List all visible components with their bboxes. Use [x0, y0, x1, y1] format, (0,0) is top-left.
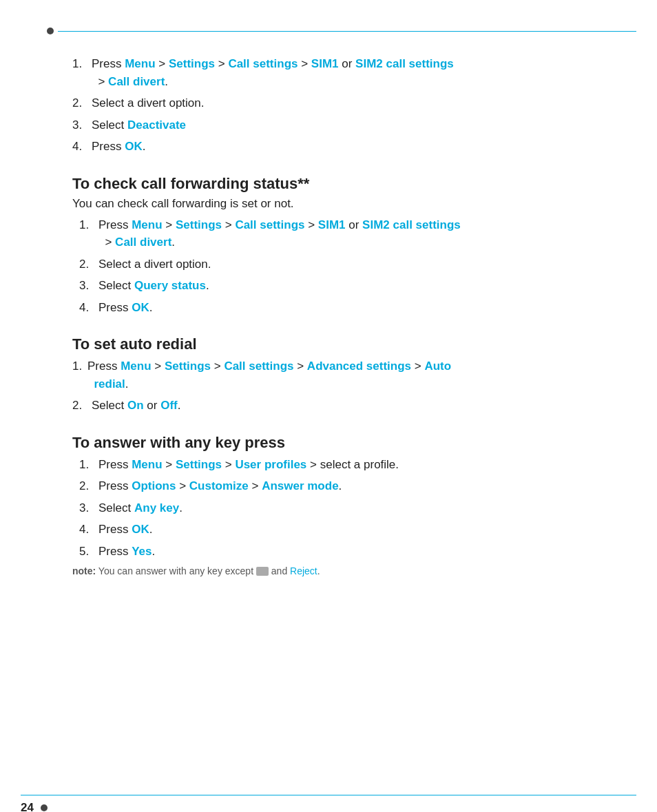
bottom-dot [41, 804, 48, 811]
list-item: 2. Select a divert option. [79, 256, 602, 273]
settings-link: Settings [165, 360, 211, 373]
section-heading: To set auto redial [72, 335, 602, 353]
list-item: 3. Select Deactivate [72, 116, 602, 134]
list-content: Press Options > Customize > Answer mode. [98, 477, 602, 495]
list-item: 4. Press OK. [79, 299, 602, 317]
list-num: 3. [79, 277, 98, 295]
list-content: Press Menu > Settings > User profiles > … [98, 456, 602, 474]
list-content: Press Menu > Settings > Call settings > … [92, 55, 602, 90]
note-label: note: [72, 565, 96, 576]
list-content: Press Menu > Settings > Call settings > … [98, 216, 602, 251]
list-num: 4. [79, 299, 98, 317]
sim1-link: SIM1 [318, 218, 346, 231]
list-item: 1. Press Menu > Settings > Call settings… [79, 216, 602, 251]
call-settings-link: Call settings [228, 57, 298, 70]
on-link: On [127, 399, 144, 412]
bottom-rule: 24 [0, 795, 657, 812]
list-num: 2. [79, 256, 98, 273]
top-rule-dot [47, 28, 54, 34]
list-num: 2. [72, 94, 92, 112]
list-item: 2. Select a divert option. [72, 94, 602, 112]
list-num: 4. [72, 138, 92, 156]
main-content: 1. Press Menu > Settings > Call settings… [72, 55, 602, 576]
list-content: Select Any key. [98, 499, 602, 517]
sim2-link: SIM2 call settings [362, 218, 461, 231]
section-deactivate: 1. Press Menu > Settings > Call settings… [72, 55, 602, 156]
menu-link: Menu [132, 218, 162, 231]
off-link: Off [160, 399, 178, 412]
list-content: Press OK. [98, 521, 602, 539]
list-num: 1. [79, 456, 98, 474]
list-item: 2. Select On or Off. [72, 397, 602, 415]
bottom-rule-line [21, 795, 636, 795]
menu-link: Menu [125, 57, 155, 70]
list-content: Select a divert option. [92, 94, 602, 112]
deactivate-link: Deactivate [127, 118, 186, 132]
list-num: 2. [72, 397, 92, 415]
query-status-link: Query status [134, 279, 206, 292]
answer-key-list: 1. Press Menu > Settings > User profiles… [79, 456, 602, 561]
list-item: 1. Press Menu > Settings > Call settings… [72, 55, 602, 90]
auto-redial-list: 1. Press Menu > Settings > Call settings… [72, 357, 602, 415]
list-content: Press OK. [92, 138, 602, 156]
section-auto-redial: To set auto redial 1. Press Menu > Setti… [72, 335, 602, 415]
list-item: 4. Press OK. [72, 138, 602, 156]
page-number: 24 [21, 801, 34, 812]
list-num: 3. [79, 499, 98, 517]
top-rule [47, 28, 636, 34]
note-text: note: You can answer with any key except… [72, 565, 602, 576]
list-content: Press OK. [98, 299, 602, 317]
any-key-link: Any key [134, 501, 179, 514]
page: 1. Press Menu > Settings > Call settings… [0, 28, 657, 812]
user-profiles-link: User profiles [235, 458, 306, 471]
reject-link: Reject [290, 565, 317, 576]
settings-link: Settings [176, 458, 222, 471]
list-item: 3. Select Query status. [79, 277, 602, 295]
top-rule-line [58, 31, 636, 32]
section-answer-any-key: To answer with any key press 1. Press Me… [72, 434, 602, 577]
menu-link: Menu [132, 458, 162, 471]
list-content: Press Menu > Settings > Call settings > … [87, 357, 602, 393]
menu-link: Menu [121, 360, 151, 373]
ok-link: OK [132, 301, 149, 314]
customize-link: Customize [189, 479, 249, 492]
settings-link: Settings [176, 218, 222, 231]
list-content: Select Query status. [98, 277, 602, 295]
list-num: 1. [79, 216, 98, 251]
list-num: 5. [79, 543, 98, 561]
call-divert-link: Call divert [108, 75, 165, 88]
answer-mode-link: Answer mode [262, 479, 338, 492]
call-settings-link: Call settings [224, 360, 293, 373]
advanced-settings-link: Advanced settings [307, 360, 411, 373]
list-item: 2. Press Options > Customize > Answer mo… [79, 477, 602, 495]
call-divert-link: Call divert [115, 236, 171, 249]
section-check-forwarding: To check call forwarding status** You ca… [72, 175, 602, 317]
list-item: 5. Press Yes. [79, 543, 602, 561]
deactivate-list: 1. Press Menu > Settings > Call settings… [72, 55, 602, 156]
list-num: 1. [72, 55, 92, 90]
ok-link: OK [125, 140, 143, 153]
list-num: 3. [72, 116, 92, 134]
check-forwarding-list: 1. Press Menu > Settings > Call settings… [79, 216, 602, 317]
list-content: Press Yes. [98, 543, 602, 561]
yes-link: Yes [132, 545, 152, 558]
settings-link: Settings [169, 57, 215, 70]
list-content: Select a divert option. [98, 256, 602, 273]
list-num: 4. [79, 521, 98, 539]
list-content: Select Deactivate [92, 116, 602, 134]
sim2-link: SIM2 call settings [355, 57, 454, 70]
list-item: 4. Press OK. [79, 521, 602, 539]
list-item: 1. Press Menu > Settings > Call settings… [72, 357, 602, 393]
list-item: 3. Select Any key. [79, 499, 602, 517]
call-settings-link: Call settings [235, 218, 304, 231]
ok-link: OK [132, 523, 149, 536]
list-num: 2. [79, 477, 98, 495]
list-content: Select On or Off. [92, 397, 602, 415]
list-item: 1. Press Menu > Settings > User profiles… [79, 456, 602, 474]
section-heading: To answer with any key press [72, 434, 602, 452]
list-num: 1. [72, 357, 87, 393]
phone-icon [256, 567, 269, 576]
section-intro: You can check call forwarding is set or … [72, 197, 602, 211]
section-heading: To check call forwarding status** [72, 175, 602, 193]
options-link: Options [132, 479, 176, 492]
